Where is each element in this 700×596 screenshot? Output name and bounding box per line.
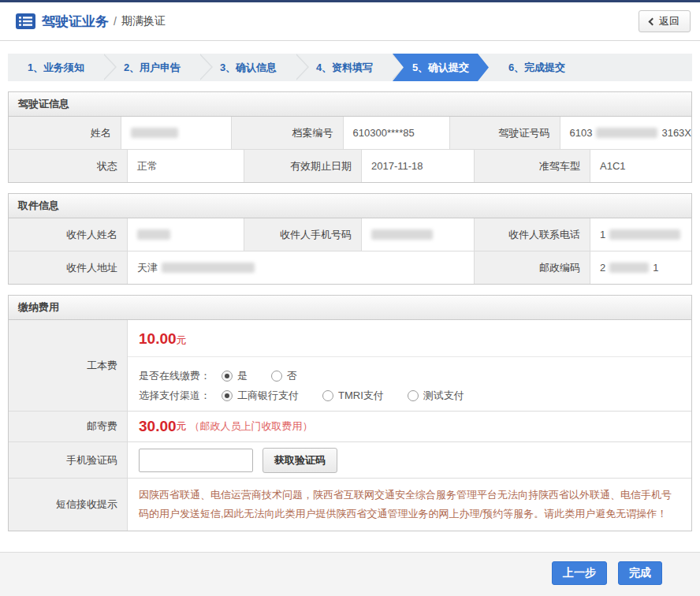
table-row: 收件人地址 天津 邮政编码 21	[9, 251, 691, 284]
fees-section: 缴纳费用 工本费 10.00元 是否在线缴费： 是 否	[8, 295, 692, 531]
step-2-user-declaration: 2、用户申告	[104, 54, 200, 81]
table-row: 收件人姓名 收件人手机号码 收件人联系电话 1	[9, 218, 691, 251]
table-row: 姓名 档案编号 610300****85 驾驶证号码 61033163X	[9, 117, 691, 149]
vehicle-class-label: 准驾车型	[474, 150, 590, 182]
recipient-name-value	[127, 218, 244, 251]
redacted-recipient-name	[137, 229, 170, 240]
online-pay-label: 是否在线缴费：	[139, 369, 210, 383]
file-no-value: 610300****85	[343, 117, 450, 149]
status-label: 状态	[9, 150, 127, 182]
channel-icbc-option[interactable]: 工商银行支付	[222, 389, 299, 403]
step-1-business-notice: 1、业务须知	[8, 54, 104, 81]
page-header: 驾驶证业务 / 期满换证 返回	[0, 2, 700, 41]
channel-test-option[interactable]: 测试支付	[408, 389, 464, 403]
step-4-fill-data: 4、资料填写	[296, 54, 393, 81]
redacted-license-no	[596, 128, 657, 138]
mailing-fee-label: 邮寄费	[9, 412, 127, 441]
recipient-phone-label: 收件人联系电话	[474, 218, 590, 251]
license-no-label: 驾驶证号码	[449, 117, 559, 149]
breadcrumb-separator: /	[114, 15, 117, 28]
production-fee-value: 10.00元 是否在线缴费： 是 否 选择支付渠道：	[127, 320, 691, 411]
step-wizard: 1、业务须知 2、用户申告 3、确认信息 4、资料填写 5、确认提交 6、完成提…	[8, 54, 692, 81]
mailing-fee-value: 30.00元 （邮政人员上门收取费用）	[127, 412, 691, 441]
online-pay-no-option[interactable]: 否	[271, 369, 297, 383]
table-row: 状态 正常 有效期止日期 2017-11-18 准驾车型 A1C1	[9, 149, 691, 182]
name-label: 姓名	[9, 117, 121, 149]
expiry-label: 有效期止日期	[244, 150, 361, 182]
postal-code-value: 21	[590, 251, 691, 284]
recipient-mobile-label: 收件人手机号码	[244, 218, 361, 251]
radio-unselected-icon[interactable]	[322, 390, 333, 401]
channel-label: 选择支付渠道：	[139, 389, 210, 403]
step-5-confirm-submit-active: 5、确认提交	[393, 54, 489, 81]
vehicle-class-value: A1C1	[590, 150, 691, 182]
expiry-value: 2017-11-18	[361, 150, 474, 182]
file-no-label: 档案编号	[231, 117, 342, 149]
license-info-title: 驾驶证信息	[9, 92, 691, 117]
production-fee-label: 工本费	[9, 320, 127, 411]
status-value: 正常	[127, 150, 244, 182]
chevron-left-icon	[649, 17, 657, 25]
mailing-fee-row: 邮寄费 30.00元 （邮政人员上门收取费用）	[9, 411, 691, 441]
online-pay-line: 是否在线缴费： 是 否	[139, 369, 680, 383]
footer-bar: 上一步 完成	[0, 552, 700, 596]
address-value: 天津	[127, 251, 474, 284]
page-title: 驾驶证业务	[42, 13, 109, 31]
sms-tip-text: 因陕西省联通、电信运营商技术问题，陕西省互联网交通安全综合服务管理平台无法向持陕…	[128, 479, 691, 531]
fees-title: 缴纳费用	[9, 296, 691, 320]
redacted-recipient-mobile	[371, 229, 433, 240]
payment-options: 是否在线缴费： 是 否 选择支付渠道： 工商银行支付	[128, 357, 691, 411]
step-3-confirm-info: 3、确认信息	[200, 54, 296, 81]
sms-tip-label: 短信接收提示	[9, 479, 127, 531]
redacted-postal-code	[609, 263, 649, 273]
get-captcha-button[interactable]: 获取验证码	[262, 448, 337, 473]
redacted-recipient-phone	[609, 229, 680, 240]
step-6-complete-submit: 6、完成提交	[489, 54, 585, 81]
captcha-label: 手机验证码	[9, 442, 127, 478]
redacted-address	[162, 263, 255, 273]
recipient-phone-value: 1	[590, 218, 691, 251]
sms-tip-value: 因陕西省联通、电信运营商技术问题，陕西省互联网交通安全综合服务管理平台无法向持陕…	[127, 479, 691, 531]
page-subtitle: 期满换证	[121, 14, 166, 28]
radio-selected-icon[interactable]	[222, 371, 233, 382]
radio-selected-icon[interactable]	[222, 390, 233, 401]
recipient-mobile-value	[361, 218, 474, 251]
previous-step-button[interactable]: 上一步	[552, 561, 607, 585]
production-fee-price: 10.00元	[128, 320, 691, 357]
license-list-icon	[16, 13, 35, 29]
back-button-label: 返回	[659, 14, 680, 28]
finish-button[interactable]: 完成	[618, 561, 662, 585]
mailing-fee-note: （邮政人员上门收取费用）	[190, 419, 313, 434]
address-label: 收件人地址	[9, 251, 127, 284]
name-value	[121, 117, 231, 149]
breadcrumb: 驾驶证业务 / 期满换证	[16, 13, 166, 31]
online-pay-yes-option[interactable]: 是	[222, 369, 248, 383]
sms-tip-row: 短信接收提示 因陕西省联通、电信运营商技术问题，陕西省互联网交通安全综合服务管理…	[9, 478, 691, 531]
pickup-info-title: 取件信息	[9, 194, 691, 218]
license-info-section: 驾驶证信息 姓名 档案编号 610300****85 驾驶证号码 6103316…	[8, 91, 692, 183]
back-button[interactable]: 返回	[639, 10, 691, 32]
captcha-input[interactable]	[139, 449, 253, 472]
captcha-value: 获取验证码	[127, 442, 691, 478]
radio-unselected-icon[interactable]	[408, 390, 419, 401]
channel-tmri-option[interactable]: TMRI支付	[322, 389, 384, 403]
captcha-row: 手机验证码 获取验证码	[9, 441, 691, 478]
production-fee-row: 工本费 10.00元 是否在线缴费： 是 否 选择	[9, 320, 691, 411]
radio-unselected-icon[interactable]	[271, 371, 282, 382]
recipient-name-label: 收件人姓名	[9, 218, 127, 251]
postal-code-label: 邮政编码	[474, 251, 590, 284]
license-no-value: 61033163X	[560, 117, 692, 149]
redacted-name	[131, 128, 178, 138]
channel-line: 选择支付渠道： 工商银行支付 TMRI支付 测试支付	[139, 389, 680, 403]
pickup-info-section: 取件信息 收件人姓名 收件人手机号码 收件人联系电话 1 收件人地址 天津 邮政…	[8, 193, 692, 285]
